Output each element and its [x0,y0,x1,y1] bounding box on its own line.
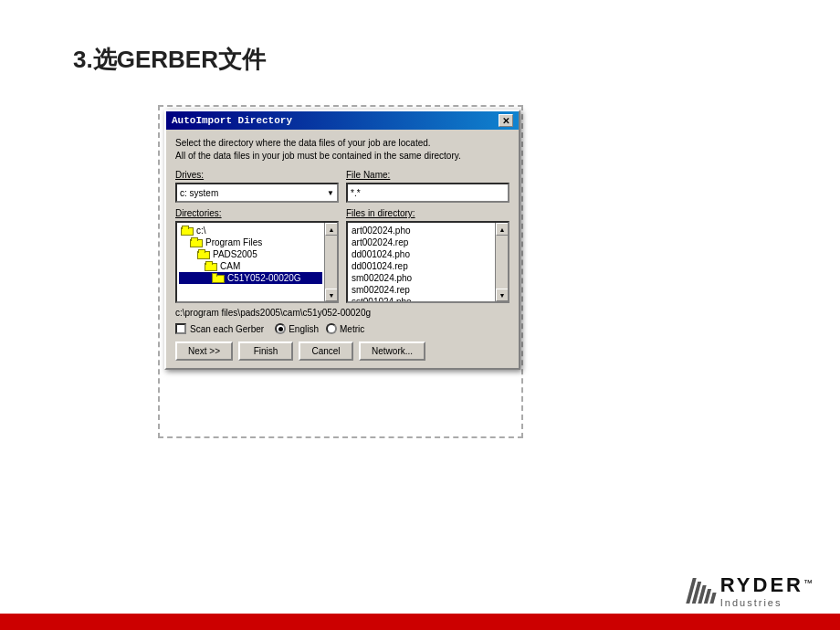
drives-col: Drives: c: system ▼ [175,170,339,203]
dialog-buttons: Next >> Finish Cancel Network... [175,341,509,361]
dir-item-programfiles[interactable]: Program Files [179,236,322,248]
finish-button[interactable]: Finish [238,341,293,361]
files-col: Files in directory: art002024.phoart0020… [346,208,509,303]
file-item[interactable]: sm002024.rep [350,284,493,296]
files-label: Files in directory: [346,208,509,218]
directories-label: Directories: [175,208,339,218]
dir-files-row: Directories: c:\ P [175,208,509,303]
page-title: 3.选GERBER文件 [73,44,266,76]
file-item[interactable]: sst001024.pho [350,296,493,303]
directories-listbox[interactable]: c:\ Program Files PADS2005 [175,221,339,303]
folder-open-icon [212,273,225,283]
current-path: c:\program files\pads2005\cam\c51y052-00… [175,308,509,318]
file-item[interactable]: sm002024.pho [350,272,493,284]
dir-item-cam[interactable]: CAM [179,260,322,272]
metric-label: Metric [340,324,364,334]
metric-option[interactable]: Metric [326,323,364,334]
dialog-description: Select the directory where the data file… [175,137,509,163]
dir-scrollbar[interactable]: ▲ ▼ [324,223,337,301]
filename-label: File Name: [346,170,509,180]
file-item[interactable]: dd001024.pho [350,248,493,260]
options-row: Scan each Gerber English Metric [175,323,509,334]
cancel-button[interactable]: Cancel [299,341,353,361]
scan-gerber-label: Scan each Gerber [190,324,264,334]
scan-gerber-checkbox[interactable] [175,323,186,334]
folder-icon [197,249,210,259]
ryder-industries-text: Industries [720,597,782,608]
files-scroll-down[interactable]: ▼ [496,289,509,301]
file-item[interactable]: art002024.rep [350,236,493,248]
autoimport-dialog: AutoImport Directory ✕ Select the direct… [164,110,520,370]
metric-radio[interactable] [326,323,337,334]
drives-value: c: system [180,188,218,198]
file-item[interactable]: art002024.pho [350,225,493,236]
next-button[interactable]: Next >> [175,341,233,361]
dialog-body: Select the directory where the data file… [166,130,519,368]
ryder-company-name: RYDER™ [720,573,813,597]
drives-filename-row: Drives: c: system ▼ File Name: *.* [175,170,509,203]
bottom-bar [0,614,840,630]
scroll-up-button[interactable]: ▲ [325,223,338,236]
drives-select[interactable]: c: system ▼ [175,183,339,203]
dir-item-c[interactable]: c:\ [179,225,322,236]
english-radio[interactable] [275,323,286,334]
file-item[interactable]: dd001024.rep [350,260,493,272]
dialog-title: AutoImport Directory [172,115,292,126]
files-listbox[interactable]: art002024.phoart002024.repdd001024.phodd… [346,221,509,303]
dialog-titlebar: AutoImport Directory ✕ [166,111,519,130]
close-button[interactable]: ✕ [499,114,513,127]
files-scrollbar[interactable]: ▲ ▼ [495,223,508,301]
dropdown-arrow-icon: ▼ [327,189,334,197]
dir-item-c51y052[interactable]: C51Y052-00020G [179,272,322,284]
scroll-down-button[interactable]: ▼ [325,289,338,301]
network-button[interactable]: Network... [359,341,425,361]
folder-icon [181,226,194,236]
english-option[interactable]: English [275,323,319,334]
folder-icon [205,261,217,271]
scan-gerber-group: Scan each Gerber [175,323,264,334]
files-scroll-up[interactable]: ▲ [496,223,509,236]
units-radio-group: English Metric [275,323,364,334]
dir-item-pads2005[interactable]: PADS2005 [179,248,322,260]
folder-icon [190,237,203,247]
filename-col: File Name: *.* [346,170,509,203]
directories-col: Directories: c:\ P [175,208,339,303]
drives-label: Drives: [175,170,339,180]
ryder-text: RYDER™ Industries [720,573,813,608]
filename-input[interactable]: *.* [346,183,509,203]
english-label: English [289,324,319,334]
ryder-stripes-icon [689,578,715,604]
ryder-logo: RYDER™ Industries [689,573,813,608]
